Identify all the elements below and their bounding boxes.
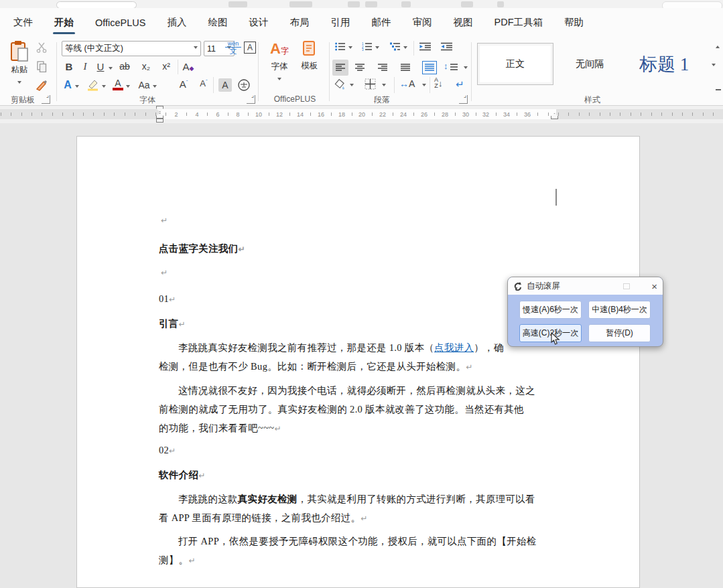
highlight-dropdown-icon[interactable] bbox=[102, 85, 106, 90]
style-normal[interactable]: 正文 bbox=[477, 43, 553, 85]
tab-design[interactable]: 设计 bbox=[239, 9, 279, 37]
cjk-layout-dropdown-icon[interactable] bbox=[422, 84, 426, 88]
document-page[interactable]: ↵ 点击蓝字关注我们↵ ↵ 01↵ 引言↵ 李跳跳真实好友检测我之前有推荐过，那… bbox=[76, 136, 640, 588]
increase-indent-button[interactable] bbox=[441, 42, 453, 51]
doc-section2-number: 02↵ bbox=[159, 445, 176, 456]
clear-formatting-button[interactable]: A◆ bbox=[182, 61, 194, 72]
justify-button[interactable] bbox=[401, 64, 411, 72]
auto-scroll-dialog[interactable]: 自动滚屏 × 慢速(A)6秒一次 中速(B)4秒一次 高速(C)2秒一次 暂停(… bbox=[507, 277, 663, 347]
ruler-number: 18 bbox=[337, 111, 346, 119]
superscript-button[interactable]: x² bbox=[159, 61, 173, 72]
styles-gallery-dropdown-icon[interactable] bbox=[712, 64, 716, 68]
grow-font-button[interactable]: Aˆ bbox=[177, 78, 190, 90]
doc-section2-title: 软件介绍↵ bbox=[159, 469, 206, 482]
underline-dropdown-icon[interactable] bbox=[109, 67, 113, 72]
bullets-button[interactable] bbox=[335, 42, 346, 51]
paste-button[interactable]: 粘贴 bbox=[5, 40, 34, 94]
borders-button[interactable] bbox=[365, 78, 376, 90]
decrease-indent-button[interactable] bbox=[419, 42, 432, 51]
styles-gallery-up-icon[interactable] bbox=[716, 44, 720, 48]
tab-help[interactable]: 帮助 bbox=[553, 9, 594, 37]
tab-references[interactable]: 引用 bbox=[320, 9, 361, 37]
bullets-dropdown-icon[interactable] bbox=[348, 46, 352, 51]
phonetic-guide-button[interactable]: wén 文 bbox=[225, 40, 241, 54]
clipboard-dialog-launcher[interactable] bbox=[42, 95, 50, 104]
ruler-number: 36 bbox=[523, 111, 532, 119]
line-spacing-button[interactable]: ↕ bbox=[444, 61, 458, 71]
strikethrough-button[interactable]: ab bbox=[118, 61, 131, 72]
shrink-font-button[interactable]: Aˇ bbox=[197, 78, 210, 88]
underline-button[interactable]: U bbox=[95, 61, 106, 72]
bold-button[interactable]: B bbox=[63, 61, 75, 72]
multilevel-dropdown-icon[interactable] bbox=[403, 46, 407, 51]
multilevel-list-button[interactable] bbox=[390, 42, 401, 51]
tab-insert[interactable]: 插入 bbox=[157, 9, 198, 37]
font-color-button[interactable]: A bbox=[113, 78, 123, 90]
ruler-number: 14 bbox=[295, 111, 305, 119]
word-window: 文件 开始 OfficePLUS 插入 绘图 设计 布局 引用 邮件 审阅 视图… bbox=[0, 0, 723, 588]
titlebar-item bbox=[497, 1, 504, 7]
tab-pdf-toolbox[interactable]: PDF工具箱 bbox=[484, 9, 554, 37]
font-name-combobox[interactable]: 等线 (中文正文) bbox=[62, 41, 201, 56]
numbering-button[interactable]: 123 bbox=[362, 42, 373, 51]
shading-button[interactable] bbox=[334, 78, 346, 90]
style-heading1[interactable]: 标题 1 bbox=[625, 43, 704, 85]
scroll-slow-button[interactable]: 慢速(A)6秒一次 bbox=[519, 301, 582, 319]
tab-review[interactable]: 审阅 bbox=[402, 9, 443, 37]
copy-button[interactable] bbox=[36, 61, 47, 72]
tab-draw[interactable]: 绘图 bbox=[198, 9, 239, 37]
ruler-number: 34 bbox=[502, 111, 511, 119]
shading-dropdown-icon[interactable] bbox=[350, 84, 354, 88]
format-painter-button[interactable] bbox=[36, 80, 48, 92]
ribbon-home: 粘贴 剪贴板 等线 (中文正文) bbox=[0, 38, 723, 106]
change-case-button[interactable]: Aa bbox=[137, 80, 151, 90]
paragraph-dialog-launcher[interactable] bbox=[459, 95, 468, 104]
align-left-button[interactable] bbox=[332, 60, 348, 76]
tab-layout[interactable]: 布局 bbox=[279, 9, 320, 37]
distribute-icon bbox=[425, 64, 435, 72]
show-marks-button[interactable]: ↵ bbox=[456, 78, 464, 90]
cut-button[interactable] bbox=[36, 42, 47, 53]
titlebar-item bbox=[365, 1, 377, 7]
character-border-button[interactable]: A bbox=[244, 42, 256, 54]
tab-mailings[interactable]: 邮件 bbox=[361, 9, 402, 37]
auto-scroll-dialog-titlebar[interactable]: 自动滚屏 × bbox=[508, 277, 663, 295]
dialog-close-icon[interactable]: × bbox=[651, 281, 657, 291]
dialog-maximize-icon[interactable] bbox=[623, 283, 630, 289]
style-no-spacing[interactable]: 无间隔 bbox=[562, 43, 618, 85]
left-indent-marker[interactable] bbox=[156, 119, 163, 123]
scroll-pause-button[interactable]: 暂停(D) bbox=[588, 324, 651, 342]
highlight-button[interactable] bbox=[87, 79, 99, 91]
line-spacing-dropdown-icon[interactable] bbox=[464, 66, 468, 71]
ruler-number: 32 bbox=[481, 111, 490, 119]
character-shading-button[interactable]: A bbox=[218, 78, 232, 92]
text-effects-dropdown-icon[interactable] bbox=[75, 85, 79, 90]
doc-p2-line2: 前检测的就成了无用功了。真实好友检测的 2.0 版本就改善了这功能。当然还有其他 bbox=[159, 403, 524, 416]
distribute-button[interactable] bbox=[422, 61, 437, 74]
text-effects-button[interactable]: A bbox=[62, 79, 74, 91]
tab-officeplus[interactable]: OfficePLUS bbox=[84, 11, 157, 36]
officeplus-font-button[interactable]: A字 字体 bbox=[265, 40, 294, 84]
scroll-medium-button[interactable]: 中速(B)4秒一次 bbox=[588, 301, 651, 319]
tab-view[interactable]: 视图 bbox=[443, 9, 484, 37]
officeplus-template-button[interactable]: 模板 bbox=[295, 40, 324, 72]
subscript-button[interactable]: x₂ bbox=[139, 61, 153, 72]
cjk-layout-button[interactable]: ↔A bbox=[399, 78, 415, 89]
change-case-dropdown-icon[interactable] bbox=[153, 85, 157, 90]
tab-home[interactable]: 开始 bbox=[44, 9, 84, 37]
borders-dropdown-icon[interactable] bbox=[382, 84, 386, 88]
paste-dropdown-icon[interactable] bbox=[17, 81, 21, 86]
align-right-button[interactable] bbox=[378, 64, 388, 72]
tab-file[interactable]: 文件 bbox=[3, 9, 44, 37]
document-canvas[interactable]: ↵ 点击蓝字关注我们↵ ↵ 01↵ 引言↵ 李跳跳真实好友检测我之前有推荐过，那… bbox=[0, 123, 723, 588]
align-center-button[interactable] bbox=[355, 64, 365, 72]
doc-hyperlink[interactable]: 点我进入 bbox=[434, 342, 474, 353]
font-dialog-launcher[interactable] bbox=[247, 95, 255, 104]
styles-gallery-more-icon[interactable] bbox=[716, 89, 721, 90]
enclose-characters-button[interactable] bbox=[237, 78, 251, 92]
numbering-dropdown-icon[interactable] bbox=[375, 46, 379, 51]
font-color-dropdown-icon[interactable] bbox=[126, 85, 130, 90]
italic-button[interactable]: I bbox=[80, 61, 90, 72]
sort-button[interactable]: A Z ↓ bbox=[434, 77, 443, 89]
auto-scroll-dialog-title: 自动滚屏 bbox=[527, 281, 619, 292]
